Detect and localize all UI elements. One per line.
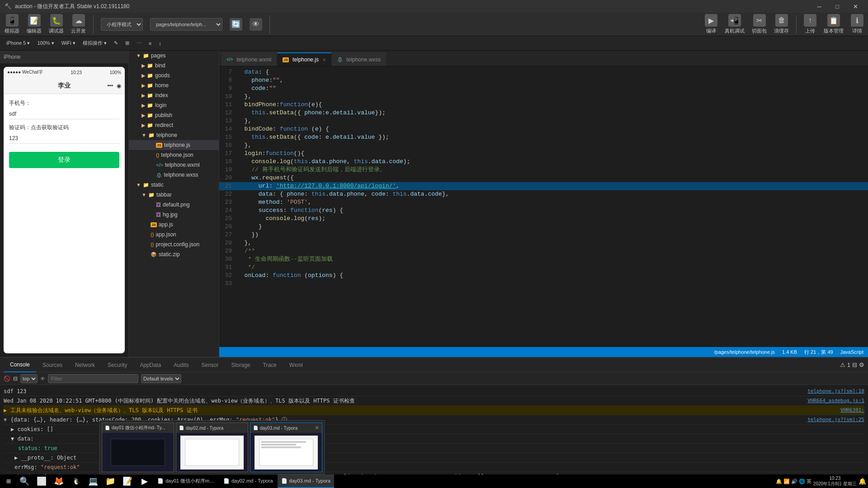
console-filter-input[interactable] [48,374,138,383]
popup-item-day01[interactable]: 📄 day01 微信小程序md- Ty... [102,422,174,472]
devtools-warn-icon[interactable]: ⚠ 1 [840,361,850,368]
devtools-tab-sensor[interactable]: Sensor [195,358,225,372]
notification-icon[interactable]: 🔔 [859,478,866,485]
console-source-3[interactable]: VHR6301: [840,406,864,414]
tree-item-telphone-json[interactable]: {} telphone.json [129,150,219,160]
code-area[interactable]: 7 data: { 8 phone:"", 9 code:"" 10 }, 11… [219,66,868,347]
sub-action2[interactable]: ⊞ [123,39,132,47]
login-button[interactable]: 登录 [9,152,119,168]
tree-item-home[interactable]: ▶ 📁 home [129,80,219,90]
toolbar-debugger[interactable]: 🐛 调试器 [49,14,64,34]
devtools-tab-wxml[interactable]: Wxml [283,358,309,372]
console-source-2[interactable]: VHR664_asdebug.js:1 [807,397,864,405]
sub-action1[interactable]: ✎ [111,39,121,47]
toolbar-clear-cache[interactable]: 🗑 清缓存 [774,14,789,34]
tab-close-js[interactable]: ✕ [322,57,326,62]
code-field-value[interactable]: 123 [9,133,119,144]
tree-item-static-zip[interactable]: 📦 static.zip [129,249,219,259]
devtools-tab-sources[interactable]: Sources [36,358,69,372]
devtools-tab-network[interactable]: Network [69,358,101,372]
console-level-select[interactable]: Default levels [141,374,181,383]
taskbar-penguin-icon[interactable]: 🐧 [68,474,84,488]
toolbar-simulator[interactable]: 📱 模拟器 [5,14,19,34]
devtools-tab-audits[interactable]: Audits [167,358,195,372]
tree-item-publish[interactable]: ▶ 📁 publish [129,110,219,120]
console-eye-icon[interactable]: 👁 [40,376,45,381]
toolbar-upload[interactable]: ↑ 上传 [804,14,816,34]
expand-arrow-4[interactable]: ▼ [4,416,7,424]
maximize-button[interactable]: □ [829,2,845,11]
devtools-tab-console[interactable]: Console [4,358,36,372]
sub-action3[interactable]: ⋯ [134,39,144,47]
console-source-4[interactable]: telphone.js?[sm]:25 [807,416,864,424]
tab-telphone-wxml[interactable]: </> telphone.wxml [221,52,277,66]
devtools-tab-trace[interactable]: Trace [257,358,283,372]
close-button[interactable]: ✕ [847,2,863,11]
phone-nav-more[interactable]: ◉ [117,83,121,89]
taskbar-app-day01[interactable]: 📄 day01 微信小程序md-... [154,474,219,488]
mode-action-select[interactable]: 模拟操作 ▾ [80,39,109,47]
tree-item-static[interactable]: ▼ 📁 static [129,180,219,190]
toolbar-compile[interactable]: ▶ 编译 [705,14,717,34]
taskbar-ie-icon[interactable]: 🦊 [51,474,67,488]
device-select[interactable]: iPhone 5 ▾ [4,39,33,47]
toolbar-preview-icon[interactable]: 👁 [250,18,262,31]
devtools-tab-security[interactable]: Security [101,358,133,372]
devtools-filter-icon[interactable]: ⊟ [852,361,857,368]
tree-item-redirect[interactable]: ▶ 📁 redirect [129,120,219,130]
devtools-tab-appdata[interactable]: AppData [133,358,167,372]
popup-item-day03[interactable]: 📄 day03.md - Typora ✕ [250,422,322,472]
taskbar-start-button[interactable]: ⊞ [2,474,15,488]
tree-item-hg-jpg[interactable]: 🖼 hg.jpg [129,210,219,220]
devtools-settings-icon[interactable]: ⚙ [859,361,864,368]
phone-nav-dots[interactable]: ••• [107,83,113,89]
console-source-1[interactable]: telphone.js?[sm]:18 [807,387,864,395]
tree-item-login[interactable]: ▶ 📁 login [129,100,219,110]
zoom-select[interactable]: 100% ▾ [34,39,57,47]
taskbar-folder-icon[interactable]: 📁 [102,474,118,488]
taskbar-taskview-icon[interactable]: ⬜ [33,474,50,488]
phone-field-value[interactable]: sdf [9,109,119,119]
console-filter-toggle[interactable]: ⊟ [13,375,18,382]
path-select[interactable]: pages/telphone/telph... [150,18,222,31]
sub-action5[interactable]: ↕ [156,40,164,47]
toolbar-refresh[interactable]: 🔄 [230,18,242,31]
tree-item-goods[interactable]: ▶ 📁 goods [129,70,219,80]
tree-item-telphone-js[interactable]: JS telphone.js [129,140,219,150]
popup-close-day03[interactable]: ✕ [315,425,319,431]
tab-telphone-js[interactable]: JS telphone.js ✕ [277,52,331,66]
tree-item-index[interactable]: ▶ 📁 index [129,90,219,100]
taskbar-typora-icon[interactable]: 📝 [119,474,136,488]
toolbar-cut[interactable]: ✂ 切面包 [752,14,767,34]
tree-item-default-png[interactable]: 🖼 default.png [129,200,219,210]
tree-item-telphone-wxss[interactable]: .{}. telphone.wxss [129,170,219,180]
tree-item-bind[interactable]: ▶ 📁 bind [129,61,219,70]
tree-item-pages[interactable]: ▼ 📁 pages [129,51,219,61]
toolbar-real-debug[interactable]: 📲 真机调试 [725,14,745,34]
toolbar-editor[interactable]: 📝 编辑器 [27,14,42,34]
tree-item-telphone[interactable]: ▼ 📁 telphone [129,130,219,140]
taskbar-clock[interactable]: 10:23 2020年1月8日 星期三 [813,476,857,487]
toolbar-cloud[interactable]: ☁ 云开发 [71,14,86,34]
taskbar-media-icon[interactable]: ▶ [137,474,153,488]
devtools-tab-storage[interactable]: Storage [225,358,257,372]
taskbar-search-icon[interactable]: 🔍 [16,474,33,488]
network-select[interactable]: WiFi ▾ [59,39,78,47]
toolbar-version[interactable]: 📋 版本管理 [824,14,844,34]
taskbar-app-day03[interactable]: 📄 day03.md - Typora [278,474,335,488]
mode-select[interactable]: 小程序模式 [101,18,143,31]
sub-action4[interactable]: ≡ [146,40,154,47]
tree-item-app-json[interactable]: {} app.json [129,230,219,239]
tab-telphone-wxss[interactable]: .{}. telphone.wxss [332,52,386,66]
console-context-select[interactable]: top [20,374,38,383]
taskbar-code-icon[interactable]: 💻 [85,474,101,488]
toolbar-details[interactable]: ℹ 详情 [851,14,863,34]
popup-item-day02[interactable]: 📄 day02.md - Typora [176,422,248,472]
tree-item-project-config[interactable]: {} project.config.json [129,239,219,249]
minimize-button[interactable]: ─ [811,2,827,11]
taskbar-app-day02[interactable]: 📄 day02.md - Typora [220,474,277,488]
tree-item-telphone-wxml[interactable]: </> telphone.wxml [129,160,219,170]
console-clear-icon[interactable]: 🚫 [4,375,10,382]
tree-item-tabbar[interactable]: ▼ 📁 tabbar [129,190,219,200]
tree-item-app-js[interactable]: JS app.js [129,220,219,230]
